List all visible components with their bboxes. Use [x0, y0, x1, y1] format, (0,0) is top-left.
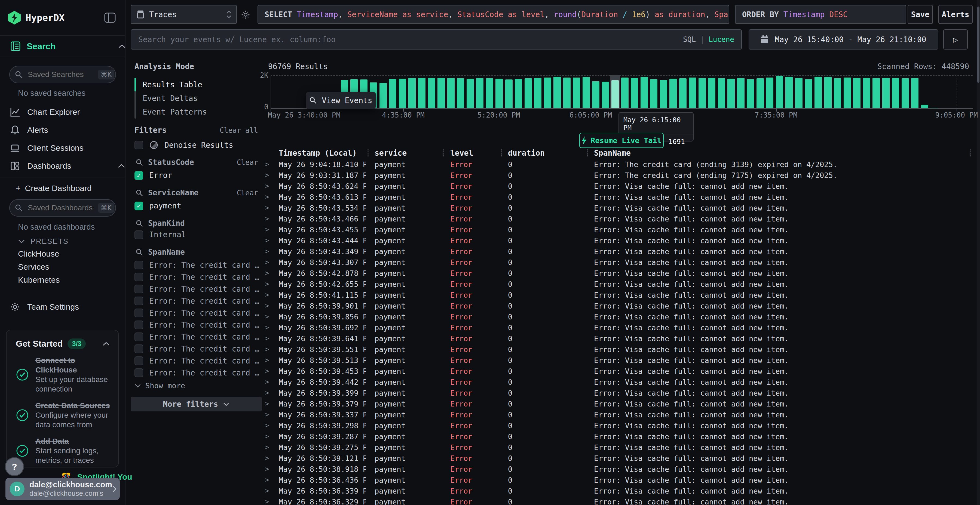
- table-row[interactable]: >May 26 8:50:39.121 PMpaymentError0Error…: [262, 453, 977, 464]
- checkbox-unchecked[interactable]: [134, 345, 143, 353]
- source-select[interactable]: Traces: [130, 5, 237, 24]
- column-resize-handle[interactable]: [368, 149, 369, 156]
- column-resize-handle[interactable]: [587, 149, 588, 156]
- col-service[interactable]: service: [370, 149, 442, 157]
- row-expand-chevron-icon[interactable]: >: [262, 498, 274, 505]
- more-filters-button[interactable]: More filters: [130, 397, 262, 411]
- checkbox-unchecked[interactable]: [134, 321, 143, 329]
- row-expand-chevron-icon[interactable]: >: [262, 487, 274, 495]
- table-row[interactable]: >May 26 8:50:39.399 PMpaymentError0Error…: [262, 387, 977, 399]
- sidebar-preset-kubernetes[interactable]: Kubernetes: [0, 274, 143, 286]
- table-row[interactable]: >May 26 8:50:43.613 PMpaymentError0Error…: [262, 192, 977, 202]
- table-row[interactable]: >May 26 8:50:39.513 PMpaymentError0Error…: [262, 355, 977, 366]
- sidebar-item-team-settings[interactable]: Team Settings: [0, 299, 135, 314]
- sidebar-item-chart-explorer[interactable]: Chart Explorer: [0, 105, 135, 120]
- analysis-mode-event-deltas[interactable]: Event Deltas: [143, 91, 207, 105]
- col-duration[interactable]: duration: [504, 149, 585, 157]
- table-row[interactable]: >May 26 8:50:43.466 PMpaymentError0Error…: [262, 213, 977, 224]
- table-row[interactable]: >May 26 8:50:39.453 PMpaymentError0Error…: [262, 366, 977, 376]
- filter-option-error[interactable]: ✓ Error: [134, 171, 172, 180]
- row-expand-chevron-icon[interactable]: >: [262, 433, 274, 440]
- checkbox-unchecked[interactable]: [134, 308, 143, 317]
- row-expand-chevron-icon[interactable]: >: [262, 182, 274, 190]
- filter-option-spanname[interactable]: Error: The credit card …: [134, 331, 260, 343]
- table-row[interactable]: >May 26 8:50:43.534 PMpaymentError0Error…: [262, 202, 977, 213]
- row-expand-chevron-icon[interactable]: >: [262, 324, 274, 332]
- query-language-toggle[interactable]: SQL | Lucene: [683, 35, 734, 43]
- filter-option-spanname[interactable]: Error: The credit card …: [134, 367, 260, 379]
- col-spanname[interactable]: SpanName: [590, 149, 965, 157]
- table-row[interactable]: >May 26 8:50:36.339 PMpaymentError0Error…: [262, 485, 977, 496]
- row-expand-chevron-icon[interactable]: >: [262, 465, 274, 473]
- table-row[interactable]: >May 26 8:50:39.442 PMpaymentError0Error…: [262, 376, 977, 387]
- table-options-icon[interactable]: [970, 149, 971, 156]
- row-expand-chevron-icon[interactable]: >: [262, 454, 274, 462]
- filter-option-spanname[interactable]: Error: The credit card …: [134, 295, 260, 307]
- denoise-results-toggle[interactable]: Denoise Results: [134, 140, 233, 150]
- analysis-mode-event-patterns[interactable]: Event Patterns: [143, 105, 207, 119]
- checkbox-unchecked[interactable]: [134, 284, 143, 293]
- row-expand-chevron-icon[interactable]: >: [262, 335, 274, 342]
- get-started-step[interactable]: Add DataStart sending logs, metrics, or …: [16, 437, 111, 465]
- run-query-button[interactable]: ▷: [943, 29, 968, 49]
- saved-dashboards-field[interactable]: [27, 203, 94, 213]
- view-events-button[interactable]: View Events: [306, 92, 376, 109]
- col-timestamp[interactable]: Timestamp (Local): [274, 149, 366, 157]
- search-icon[interactable]: [135, 189, 143, 197]
- user-profile-chip[interactable]: D dale@clickhouse.com dale@clickhouse.co…: [5, 478, 120, 500]
- checkbox-checked[interactable]: ✓: [134, 171, 143, 180]
- row-expand-chevron-icon[interactable]: >: [262, 226, 274, 233]
- table-row[interactable]: >May 26 8:50:42.655 PMpaymentError0Error…: [262, 279, 977, 289]
- row-expand-chevron-icon[interactable]: >: [262, 204, 274, 212]
- row-expand-chevron-icon[interactable]: >: [262, 443, 274, 451]
- table-row[interactable]: >May 26 8:50:39.337 PMpaymentError0Error…: [262, 409, 977, 420]
- table-row[interactable]: >May 26 8:50:42.878 PMpaymentError0Error…: [262, 268, 977, 279]
- sidebar-item-alerts[interactable]: Alerts: [0, 122, 135, 138]
- show-more-toggle[interactable]: Show more: [134, 381, 185, 390]
- help-button[interactable]: ?: [5, 457, 24, 476]
- table-row[interactable]: >May 26 8:50:43.349 PMpaymentError0Error…: [262, 246, 977, 257]
- table-row[interactable]: >May 26 8:50:36.329 PMpaymentError0Error…: [262, 496, 977, 505]
- row-expand-chevron-icon[interactable]: >: [262, 248, 274, 255]
- filter-option-payment[interactable]: ✓ payment: [134, 201, 181, 210]
- table-row[interactable]: >May 26 9:03:31.187 PMpaymentError0Error…: [262, 170, 977, 181]
- table-row[interactable]: >May 26 9:04:18.410 PMpaymentError0Error…: [262, 159, 977, 170]
- checkbox-unchecked[interactable]: [134, 230, 143, 239]
- sidebar-item-dashboards[interactable]: Dashboards: [0, 158, 135, 173]
- sidebar-item-client-sessions[interactable]: Client Sessions: [0, 140, 135, 156]
- row-expand-chevron-icon[interactable]: >: [262, 269, 274, 277]
- row-expand-chevron-icon[interactable]: >: [262, 346, 274, 353]
- row-expand-chevron-icon[interactable]: >: [262, 389, 274, 397]
- table-row[interactable]: >May 26 8:50:39.692 PMpaymentError0Error…: [262, 322, 977, 333]
- row-expand-chevron-icon[interactable]: >: [262, 422, 274, 429]
- column-resize-handle[interactable]: [443, 149, 444, 156]
- checkbox-checked[interactable]: ✓: [134, 202, 143, 210]
- scrollbar-thumb[interactable]: [977, 6, 980, 83]
- checkbox-unchecked[interactable]: [134, 368, 143, 377]
- table-row[interactable]: >May 26 8:50:43.624 PMpaymentError0Error…: [262, 181, 977, 192]
- table-row[interactable]: >May 26 8:50:43.444 PMpaymentError0Error…: [262, 235, 977, 246]
- checkbox-unchecked[interactable]: [134, 273, 143, 281]
- search-icon[interactable]: [135, 159, 143, 166]
- chevron-up-icon[interactable]: [117, 164, 126, 168]
- filter-option-spanname[interactable]: Error: The credit card …: [134, 271, 260, 283]
- filter-option-internal[interactable]: Internal: [134, 230, 186, 239]
- checkbox-unchecked[interactable]: [134, 260, 143, 269]
- clear-link[interactable]: Clear: [237, 189, 258, 197]
- sidebar-item-search[interactable]: Search: [0, 36, 135, 57]
- saved-searches-input[interactable]: ⌘K: [9, 66, 116, 83]
- event-search-bar[interactable]: SQL | Lucene: [130, 29, 742, 49]
- analysis-mode-results-table[interactable]: Results Table: [143, 78, 207, 91]
- row-expand-chevron-icon[interactable]: >: [262, 160, 274, 168]
- saved-searches-field[interactable]: [27, 70, 94, 79]
- source-settings-gear-icon[interactable]: [241, 10, 250, 20]
- saved-dashboards-input[interactable]: ⌘K: [9, 199, 116, 217]
- scrollbar-track[interactable]: [977, 0, 980, 505]
- table-row[interactable]: >May 26 8:50:39.856 PMpaymentError0Error…: [262, 311, 977, 322]
- filter-option-spanname[interactable]: Error: The credit card …: [134, 307, 260, 319]
- row-expand-chevron-icon[interactable]: >: [262, 411, 274, 418]
- filter-option-spanname[interactable]: Error: The credit card …: [134, 283, 260, 295]
- row-expand-chevron-icon[interactable]: >: [262, 356, 274, 364]
- get-started-step[interactable]: Connect to ClickHouseSet up your databas…: [16, 356, 111, 394]
- checkbox-unchecked[interactable]: [134, 141, 143, 149]
